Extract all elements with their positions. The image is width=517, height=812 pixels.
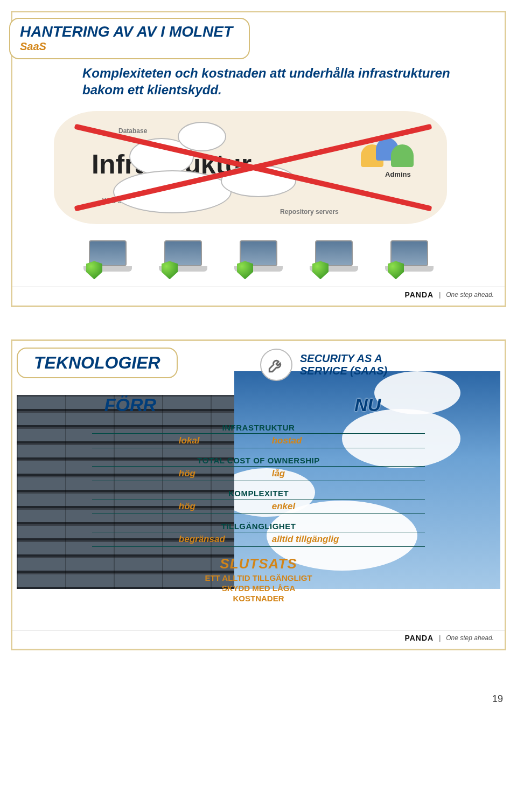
shield-icon [86, 261, 102, 279]
saas-heading-block: SECURITY AS A SERVICE (SAAS) [260, 349, 387, 381]
saas-line2: SERVICE (SAAS) [300, 365, 387, 377]
footer-tagline: One step ahead. [446, 634, 494, 642]
conclusion-l3: KOSTNADER [233, 594, 284, 603]
conclusion-head: SLUTSATS [21, 556, 496, 572]
row-label: INFRASTRUKTUR [21, 423, 496, 432]
footer-divider: | [439, 634, 441, 642]
laptop-icon [232, 240, 285, 278]
slide1-subtitle: SaaS [20, 40, 233, 53]
row-label: TILLGÄNGLIGHET [21, 522, 496, 531]
slide1-intro: Komplexiteten och kostnaden att underhål… [82, 65, 459, 98]
slide1-title: HANTERING AV AV I MOLNET [20, 23, 233, 40]
cloud-icon [178, 122, 226, 151]
row-infrastruktur: INFRASTRUKTUR lokal hostad [21, 423, 496, 448]
row-label: KOMPLEXITET [21, 489, 496, 498]
val-before: hög [92, 468, 245, 479]
admins-icon-group: Admins [361, 138, 420, 186]
val-before: lokal [92, 435, 245, 446]
val-before: begränsad [92, 534, 245, 545]
col-now: NU [240, 394, 496, 415]
footer-tagline: One step ahead. [446, 291, 494, 299]
slide-1: HANTERING AV AV I MOLNET SaaS Komplexite… [11, 11, 506, 307]
val-now: hostad [245, 435, 424, 446]
laptop-icon [307, 240, 361, 278]
shield-icon [312, 261, 329, 279]
conclusion-l1: ETT ALLTID TILLGÄNGLIGT [205, 573, 312, 582]
label-database: Database [118, 127, 147, 135]
footer-divider: | [439, 291, 441, 299]
laptop-icon [382, 240, 436, 278]
comparison-header: FÖRR NU [21, 394, 496, 415]
saas-heading: SECURITY AS A SERVICE (SAAS) [300, 352, 387, 377]
row-label: TOTAL COST OF OWNERSHIP [21, 456, 496, 465]
panda-logo: PANDA [404, 290, 434, 299]
val-now: enkel [245, 501, 424, 512]
val-now: alltid tillgänglig [245, 534, 424, 545]
val-now: låg [245, 468, 424, 479]
col-before: FÖRR [21, 394, 240, 415]
slide2-title: TEKNOLOGIER [17, 348, 178, 378]
slide-footer: PANDA | One step ahead. [12, 287, 505, 299]
conclusion-l2: SKYDD MED LÅGA [222, 584, 296, 593]
laptop-icon [156, 240, 210, 278]
label-admins: Admins [385, 170, 411, 178]
infrastructure-diagram: Database Web server Repository servers I… [48, 106, 469, 256]
row-komplexitet: KOMPLEXITET hög enkel [21, 489, 496, 514]
shield-icon [237, 261, 253, 279]
slide-2: TEKNOLOGIER SECURITY AS A SERVICE (SAAS)… [11, 339, 506, 650]
conclusion-body: ETT ALLTID TILLGÄNGLIGT SKYDD MED LÅGA K… [21, 573, 496, 603]
comparison-table: FÖRR NU INFRASTRUKTUR lokal hostad TOTAL… [21, 394, 496, 603]
saas-line1: SECURITY AS A [300, 352, 382, 364]
shield-icon [162, 261, 178, 279]
panda-logo: PANDA [404, 634, 434, 642]
label-repository: Repository servers [280, 208, 339, 216]
row-tco: TOTAL COST OF OWNERSHIP hög låg [21, 456, 496, 481]
laptop-icon [81, 240, 135, 278]
shield-icon [388, 261, 404, 279]
slide1-title-box: HANTERING AV AV I MOLNET SaaS [9, 18, 250, 59]
val-before: hög [92, 501, 245, 512]
person-icon [391, 144, 414, 167]
page-number: 19 [11, 683, 506, 705]
row-tillganglighet: TILLGÄNGLIGHET begränsad alltid tillgäng… [21, 522, 496, 547]
slide-footer: PANDA | One step ahead. [12, 630, 505, 642]
client-laptops-row [12, 240, 505, 278]
wrench-icon [260, 349, 292, 381]
